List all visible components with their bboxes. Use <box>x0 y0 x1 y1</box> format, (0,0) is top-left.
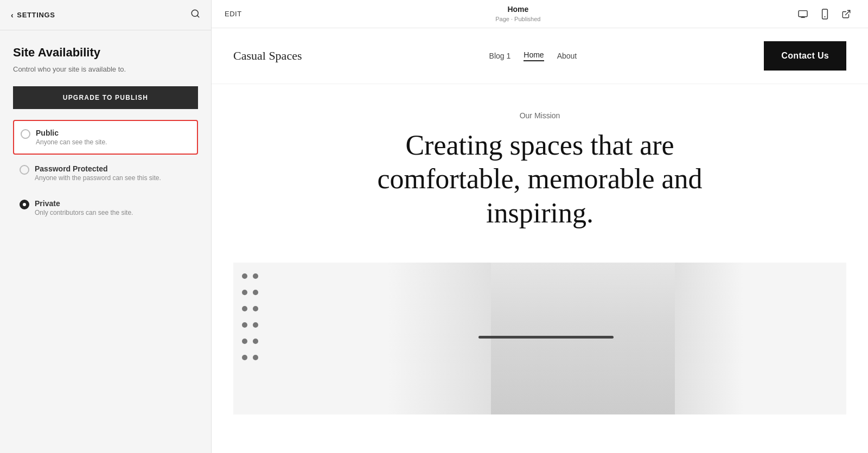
hook-7 <box>253 273 258 279</box>
option-password-label: Password Protected <box>35 164 161 173</box>
hook-10 <box>253 322 258 328</box>
page-name: Home <box>242 5 794 14</box>
page-info: Home Page · Published <box>242 5 794 23</box>
option-public-text: Public Anyone can see the site. <box>36 129 107 146</box>
hook-5 <box>242 339 247 344</box>
option-password-protected[interactable]: Password Protected Anyone with the passw… <box>13 157 198 189</box>
option-private-desc: Only contributors can see the site. <box>35 209 133 216</box>
contact-us-button[interactable]: Contact Us <box>764 41 846 71</box>
svg-line-1 <box>197 15 199 17</box>
upgrade-button[interactable]: UPGRADE TO PUBLISH <box>13 86 198 109</box>
mission-label: Our Mission <box>233 111 846 120</box>
nav-link-blog[interactable]: Blog 1 <box>489 52 511 60</box>
option-private-text: Private Only contributors can see the si… <box>35 199 133 216</box>
back-button[interactable]: ‹ SETTINGS <box>11 11 55 20</box>
curtain-rod-left <box>478 336 614 339</box>
panel-content: Site Availability Control who your site … <box>0 30 211 241</box>
mobile-view-button[interactable] <box>816 5 833 23</box>
svg-rect-2 <box>799 10 807 16</box>
hero-section: Our Mission Creating spaces that are com… <box>212 84 868 246</box>
hook-2 <box>242 290 247 295</box>
hook-9 <box>253 306 258 311</box>
radio-password <box>20 165 29 175</box>
nav-link-home[interactable]: Home <box>524 50 544 61</box>
hook-8 <box>253 290 258 295</box>
option-public-label: Public <box>36 129 107 137</box>
option-password-text: Password Protected Anyone with the passw… <box>35 164 161 182</box>
hook-6 <box>242 355 247 360</box>
radio-dot <box>23 203 26 206</box>
site-preview: Casual Spaces Blog 1 Home About Contact … <box>212 28 868 453</box>
nav-link-about[interactable]: About <box>557 52 577 60</box>
page-status: Page · Published <box>495 16 540 22</box>
top-bar: EDIT Home Page · Published <box>212 0 868 28</box>
option-public[interactable]: Public Anyone can see the site. <box>13 120 198 155</box>
top-bar-actions <box>794 5 855 23</box>
preview-panel: EDIT Home Page · Published <box>212 0 868 453</box>
svg-rect-5 <box>822 9 827 19</box>
svg-line-7 <box>846 10 850 15</box>
panel-description: Control who your site is available to. <box>13 65 198 73</box>
curtain-left <box>233 263 491 414</box>
hook-12 <box>253 355 258 360</box>
hook-11 <box>253 339 258 344</box>
site-logo: Casual Spaces <box>233 49 302 63</box>
panel-title: Site Availability <box>13 46 198 60</box>
edit-label: EDIT <box>225 10 242 18</box>
hooks-column-2 <box>253 273 258 360</box>
hook-3 <box>242 306 247 311</box>
hook-1 <box>242 273 247 279</box>
external-link-button[interactable] <box>838 5 855 23</box>
option-private[interactable]: Private Only contributors can see the si… <box>13 192 198 224</box>
option-public-desc: Anyone can see the site. <box>36 138 107 146</box>
option-password-desc: Anyone with the password can see this si… <box>35 174 161 182</box>
search-button[interactable] <box>190 9 200 21</box>
mission-headline: Creating spaces that are comfortable, me… <box>372 129 708 230</box>
nav-links: Blog 1 Home About <box>489 50 577 61</box>
desktop-view-button[interactable] <box>794 5 812 23</box>
hooks-column-1 <box>242 273 247 360</box>
back-label: SETTINGS <box>17 11 55 19</box>
preview-image <box>233 263 846 414</box>
option-private-label: Private <box>35 199 133 208</box>
settings-panel: ‹ SETTINGS Site Availability Control who… <box>0 0 212 453</box>
back-arrow-icon: ‹ <box>11 11 14 20</box>
radio-private <box>20 200 29 209</box>
curtain-right <box>675 263 846 414</box>
radio-public <box>21 129 30 139</box>
site-navigation: Casual Spaces Blog 1 Home About Contact … <box>212 28 868 84</box>
panel-header: ‹ SETTINGS <box>0 0 211 30</box>
hook-4 <box>242 322 247 328</box>
